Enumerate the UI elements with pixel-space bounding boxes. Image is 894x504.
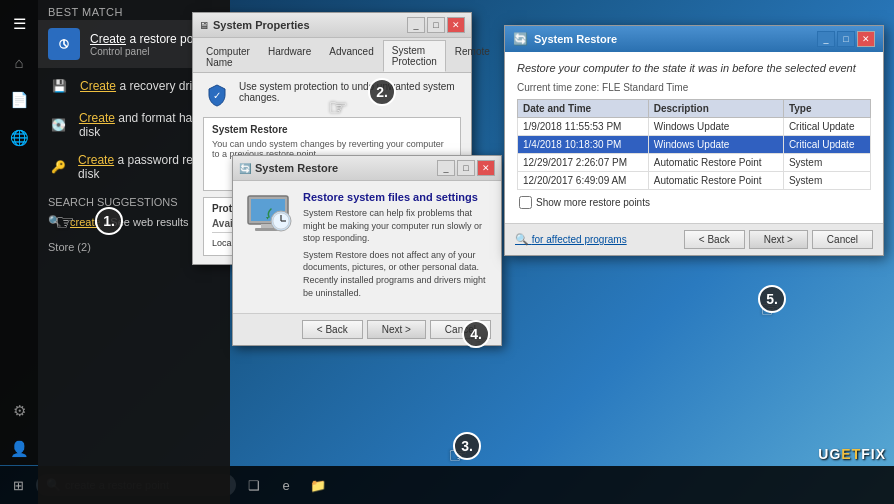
timezone-value: FLE Standard Time [602,82,688,93]
home-icon[interactable]: ⌂ [3,46,35,78]
svg-text:✓: ✓ [213,90,221,101]
show-more-checkbox[interactable] [519,196,532,209]
maximize-button-sr1[interactable]: □ [457,160,475,176]
cell-datetime: 1/9/2018 11:55:53 PM [518,118,649,136]
create-highlight-1: Create [80,79,116,93]
sr-main-maximize[interactable]: □ [837,31,855,47]
sidebar-nav: ☰ ⌂ 📄 🌐 ⚙ 👤 [0,0,38,465]
best-match-text: Create a restore point Control panel [90,32,206,57]
annotation-4: 4. [462,320,490,348]
search-suggestion-icon: 🔍 [48,215,62,228]
scan-btn-icon: 🔍 [515,233,529,245]
system-restore-step1-titlebar: 🔄 System Restore _ □ ✕ [233,156,501,181]
cell-description: Windows Update [648,136,783,154]
menu-item-recovery-text: Create a recovery drive [80,79,205,93]
system-properties-desc-text: Use system protection to undo unwanted s… [239,81,461,103]
watermark: UGETFIX [818,446,886,462]
search-suggestion-text: create - See web results [70,216,189,228]
annotation-2: 2. [368,78,396,106]
best-match-title: Create a restore point [90,32,206,46]
start-button[interactable]: ⊞ [4,471,32,499]
hamburger-icon[interactable]: ☰ [3,8,35,40]
tab-system-protection[interactable]: System Protection [383,40,446,72]
edge-icon[interactable]: e [272,471,300,499]
sr-main-next-button[interactable]: Next > [749,230,808,249]
cell-description: Windows Update [648,118,783,136]
close-button[interactable]: ✕ [447,17,465,33]
taskbar-icons: ❑ e 📁 [240,471,332,499]
shield-icon: ✓ [203,81,231,109]
cell-datetime: 12/29/2017 2:26:07 PM [518,154,649,172]
cell-type: Critical Update [783,118,870,136]
system-restore-step1-title: System Restore [255,162,338,174]
cell-type: System [783,172,870,190]
tab-hardware[interactable]: Hardware [259,41,320,72]
best-match-subtitle: Control panel [90,46,206,57]
restore-point-icon [48,28,80,60]
system-properties-tabs: Computer Name Hardware Advanced System P… [193,38,471,73]
sr1-back-button[interactable]: < Back [302,320,363,339]
table-row[interactable]: 12/20/2017 6:49:09 AM Automatic Restore … [518,172,871,190]
window-controls: _ □ ✕ [407,17,465,33]
tab-remote[interactable]: Remote [446,41,499,72]
scan-affected-btn[interactable]: 🔍 for affected programs [515,233,627,246]
web-icon[interactable]: 🌐 [3,122,35,154]
annotation-1: 1. [95,207,123,235]
sr-main-footer: 🔍 for affected programs < Back Next > Ca… [505,223,883,255]
sr-main-back-button[interactable]: < Back [684,230,745,249]
nav-buttons: < Back Next > Cancel [684,230,873,249]
system-restore-step1-content: Restore system files and settings System… [303,191,491,303]
cell-description: Automatic Restore Point [648,154,783,172]
tab-advanced[interactable]: Advanced [320,41,382,72]
system-restore-step1-body: Restore system files and settings System… [233,181,501,313]
table-row[interactable]: 1/4/2018 10:18:30 PM Windows Update Crit… [518,136,871,154]
maximize-button[interactable]: □ [427,17,445,33]
documents-icon[interactable]: 📄 [3,84,35,116]
tab-computer-name[interactable]: Computer Name [197,41,259,72]
system-restore-main-body: Restore your computer to the state it wa… [505,52,883,223]
format-icon: 💽 [48,114,69,136]
system-restore-step1-heading: Restore system files and settings [303,191,491,203]
taskview-icon[interactable]: ❑ [240,471,268,499]
cell-datetime: 1/4/2018 10:18:30 PM [518,136,649,154]
show-more-label[interactable]: Show more restore points [536,197,650,208]
sr-main-header-title: System Restore [534,33,617,45]
recovery-icon: 💾 [48,75,70,97]
sr-main-close[interactable]: ✕ [857,31,875,47]
settings-icon[interactable]: ⚙ [3,395,35,427]
cell-description: Automatic Restore Point [648,172,783,190]
table-header-row: Date and Time Description Type [518,100,871,118]
password-icon: 🔑 [48,156,68,178]
system-restore-step1-footer: < Back Next > Cancel [233,313,501,345]
table-row[interactable]: 1/9/2018 11:55:53 PM Windows Update Crit… [518,118,871,136]
show-more-row: Show more restore points [517,190,871,213]
window-controls-sr1: _ □ ✕ [437,160,495,176]
create-highlight-3: Create [78,153,114,167]
watermark-ug: UG [818,446,841,462]
create-highlight-2: Create [79,111,115,125]
computer-restore-icon [243,191,293,303]
minimize-button-sr1[interactable]: _ [437,160,455,176]
sr-main-minimize[interactable]: _ [817,31,835,47]
system-properties-titlebar: 🖥 System Properties _ □ ✕ [193,13,471,38]
cell-datetime: 12/20/2017 6:49:09 AM [518,172,649,190]
close-button-sr1[interactable]: ✕ [477,160,495,176]
sr-main-cancel-button[interactable]: Cancel [812,230,873,249]
system-properties-icon: 🖥 [199,20,209,31]
restore-points-table: Date and Time Description Type 1/9/2018 … [517,99,871,190]
annotation-5: 5. [758,285,786,313]
col-datetime: Date and Time [518,100,649,118]
cell-type: Critical Update [783,136,870,154]
sr-main-header-icon: 🔄 [513,32,528,46]
system-restore-step1-p1: System Restore can help fix problems tha… [303,207,491,245]
col-description: Description [648,100,783,118]
sr1-next-button[interactable]: Next > [367,320,426,339]
minimize-button[interactable]: _ [407,17,425,33]
system-restore-step1-window: 🔄 System Restore _ □ ✕ [232,155,502,346]
user-icon[interactable]: 👤 [3,433,35,465]
system-properties-desc: ✓ Use system protection to undo unwanted… [203,81,461,109]
table-row[interactable]: 12/29/2017 2:26:07 PM Automatic Restore … [518,154,871,172]
sr-main-timezone: Current time zone: FLE Standard Time [517,82,871,93]
explorer-icon[interactable]: 📁 [304,471,332,499]
system-restore-main-header: 🔄 System Restore _ □ ✕ [505,26,883,52]
